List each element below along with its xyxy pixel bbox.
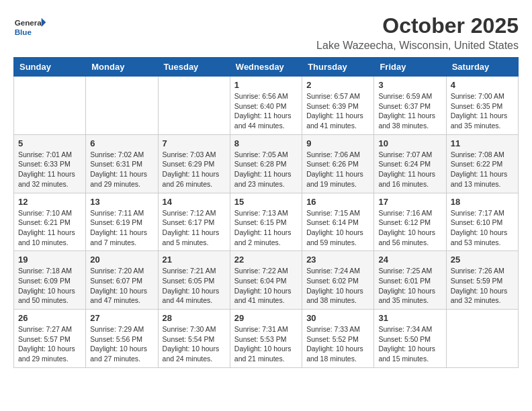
- day-number: 23: [306, 255, 369, 265]
- calendar-cell: 2Sunrise: 6:57 AM Sunset: 6:39 PM Daylig…: [302, 77, 374, 135]
- svg-text:General: General: [15, 18, 44, 27]
- day-number: 20: [90, 255, 153, 265]
- calendar-cell: [14, 77, 86, 135]
- day-info: Sunrise: 7:05 AM Sunset: 6:28 PM Dayligh…: [234, 150, 298, 189]
- calendar-cell: 18Sunrise: 7:17 AM Sunset: 6:10 PM Dayli…: [446, 193, 518, 251]
- calendar-cell: 16Sunrise: 7:15 AM Sunset: 6:14 PM Dayli…: [302, 193, 374, 251]
- day-info: Sunrise: 7:10 AM Sunset: 6:21 PM Dayligh…: [18, 208, 81, 248]
- day-info: Sunrise: 7:02 AM Sunset: 6:31 PM Dayligh…: [90, 150, 153, 189]
- day-info: Sunrise: 7:01 AM Sunset: 6:33 PM Dayligh…: [18, 150, 81, 189]
- calendar-cell: 5Sunrise: 7:01 AM Sunset: 6:33 PM Daylig…: [14, 134, 86, 193]
- calendar-cell: 20Sunrise: 7:20 AM Sunset: 6:07 PM Dayli…: [86, 251, 158, 310]
- day-number: 2: [306, 80, 369, 90]
- calendar-cell: 13Sunrise: 7:11 AM Sunset: 6:19 PM Dayli…: [86, 193, 158, 251]
- day-info: Sunrise: 7:03 AM Sunset: 6:29 PM Dayligh…: [163, 150, 226, 189]
- calendar-cell: 12Sunrise: 7:10 AM Sunset: 6:21 PM Dayli…: [14, 193, 86, 251]
- day-info: Sunrise: 7:20 AM Sunset: 6:07 PM Dayligh…: [90, 266, 153, 306]
- calendar-cell: 28Sunrise: 7:30 AM Sunset: 5:54 PM Dayli…: [158, 310, 230, 368]
- calendar-cell: 27Sunrise: 7:29 AM Sunset: 5:56 PM Dayli…: [86, 310, 158, 368]
- day-info: Sunrise: 7:31 AM Sunset: 5:53 PM Dayligh…: [234, 324, 298, 364]
- day-number: 4: [451, 80, 514, 90]
- calendar-cell: 9Sunrise: 7:06 AM Sunset: 6:26 PM Daylig…: [302, 134, 374, 193]
- day-number: 7: [163, 138, 226, 148]
- day-info: Sunrise: 7:07 AM Sunset: 6:24 PM Dayligh…: [378, 150, 441, 189]
- day-number: 11: [451, 138, 514, 148]
- day-info: Sunrise: 7:34 AM Sunset: 5:50 PM Dayligh…: [378, 324, 441, 364]
- day-number: 16: [306, 197, 369, 207]
- calendar-cell: 25Sunrise: 7:26 AM Sunset: 5:59 PM Dayli…: [446, 251, 518, 310]
- calendar-cell: [158, 77, 230, 135]
- day-number: 3: [378, 80, 441, 90]
- day-number: 30: [306, 313, 369, 323]
- week-row-2: 5Sunrise: 7:01 AM Sunset: 6:33 PM Daylig…: [14, 134, 519, 193]
- weekday-header-sunday: Sunday: [14, 58, 86, 77]
- week-row-5: 26Sunrise: 7:27 AM Sunset: 5:57 PM Dayli…: [14, 310, 519, 368]
- day-number: 18: [451, 197, 514, 207]
- day-number: 6: [90, 138, 153, 148]
- calendar-cell: 17Sunrise: 7:16 AM Sunset: 6:12 PM Dayli…: [374, 193, 446, 251]
- week-row-3: 12Sunrise: 7:10 AM Sunset: 6:21 PM Dayli…: [14, 193, 519, 251]
- calendar-cell: 26Sunrise: 7:27 AM Sunset: 5:57 PM Dayli…: [14, 310, 86, 368]
- calendar-cell: 24Sunrise: 7:25 AM Sunset: 6:01 PM Dayli…: [374, 251, 446, 310]
- day-info: Sunrise: 7:13 AM Sunset: 6:15 PM Dayligh…: [234, 208, 298, 248]
- day-info: Sunrise: 7:22 AM Sunset: 6:04 PM Dayligh…: [234, 266, 298, 306]
- day-info: Sunrise: 7:27 AM Sunset: 5:57 PM Dayligh…: [18, 324, 81, 364]
- header: General Blue October 2025 Lake Wazeecha,…: [13, 13, 519, 52]
- day-info: Sunrise: 7:00 AM Sunset: 6:35 PM Dayligh…: [451, 91, 514, 131]
- day-info: Sunrise: 6:59 AM Sunset: 6:37 PM Dayligh…: [378, 91, 441, 131]
- calendar-subtitle: Lake Wazeecha, Wisconsin, United States: [316, 40, 519, 52]
- day-info: Sunrise: 7:30 AM Sunset: 5:54 PM Dayligh…: [163, 324, 226, 364]
- day-number: 21: [163, 255, 226, 265]
- weekday-header-monday: Monday: [86, 58, 158, 77]
- calendar-cell: 4Sunrise: 7:00 AM Sunset: 6:35 PM Daylig…: [446, 77, 518, 135]
- day-info: Sunrise: 7:16 AM Sunset: 6:12 PM Dayligh…: [378, 208, 441, 248]
- calendar-cell: 1Sunrise: 6:56 AM Sunset: 6:40 PM Daylig…: [230, 77, 302, 135]
- day-info: Sunrise: 7:26 AM Sunset: 5:59 PM Dayligh…: [451, 266, 514, 306]
- weekday-header-friday: Friday: [374, 58, 446, 77]
- day-number: 25: [451, 255, 514, 265]
- calendar-cell: 23Sunrise: 7:24 AM Sunset: 6:02 PM Dayli…: [302, 251, 374, 310]
- day-number: 27: [90, 313, 153, 323]
- calendar-table: SundayMondayTuesdayWednesdayThursdayFrid…: [13, 57, 519, 368]
- calendar-cell: 15Sunrise: 7:13 AM Sunset: 6:15 PM Dayli…: [230, 193, 302, 251]
- calendar-cell: 11Sunrise: 7:08 AM Sunset: 6:22 PM Dayli…: [446, 134, 518, 193]
- day-number: 22: [234, 255, 298, 265]
- day-number: 17: [378, 197, 441, 207]
- day-info: Sunrise: 7:25 AM Sunset: 6:01 PM Dayligh…: [378, 266, 441, 306]
- day-number: 31: [378, 313, 441, 323]
- calendar-cell: 19Sunrise: 7:18 AM Sunset: 6:09 PM Dayli…: [14, 251, 86, 310]
- calendar-cell: [446, 310, 518, 368]
- week-row-4: 19Sunrise: 7:18 AM Sunset: 6:09 PM Dayli…: [14, 251, 519, 310]
- calendar-title: October 2025: [316, 13, 519, 38]
- day-number: 26: [18, 313, 81, 323]
- calendar-cell: 29Sunrise: 7:31 AM Sunset: 5:53 PM Dayli…: [230, 310, 302, 368]
- calendar-cell: 10Sunrise: 7:07 AM Sunset: 6:24 PM Dayli…: [374, 134, 446, 193]
- calendar-cell: 30Sunrise: 7:33 AM Sunset: 5:52 PM Dayli…: [302, 310, 374, 368]
- weekday-header-saturday: Saturday: [446, 58, 518, 77]
- calendar-cell: 14Sunrise: 7:12 AM Sunset: 6:17 PM Dayli…: [158, 193, 230, 251]
- week-row-1: 1Sunrise: 6:56 AM Sunset: 6:40 PM Daylig…: [14, 77, 519, 135]
- weekday-header-row: SundayMondayTuesdayWednesdayThursdayFrid…: [14, 58, 519, 77]
- day-info: Sunrise: 7:12 AM Sunset: 6:17 PM Dayligh…: [163, 208, 226, 248]
- day-info: Sunrise: 7:33 AM Sunset: 5:52 PM Dayligh…: [306, 324, 369, 364]
- weekday-header-wednesday: Wednesday: [230, 58, 302, 77]
- day-number: 15: [234, 197, 298, 207]
- calendar-cell: 8Sunrise: 7:05 AM Sunset: 6:28 PM Daylig…: [230, 134, 302, 193]
- day-number: 8: [234, 138, 298, 148]
- calendar-cell: 7Sunrise: 7:03 AM Sunset: 6:29 PM Daylig…: [158, 134, 230, 193]
- calendar-cell: 31Sunrise: 7:34 AM Sunset: 5:50 PM Dayli…: [374, 310, 446, 368]
- day-info: Sunrise: 7:17 AM Sunset: 6:10 PM Dayligh…: [451, 208, 514, 248]
- day-number: 13: [90, 197, 153, 207]
- day-info: Sunrise: 6:57 AM Sunset: 6:39 PM Dayligh…: [306, 91, 369, 131]
- logo-icon: General Blue: [13, 13, 47, 40]
- day-number: 9: [306, 138, 369, 148]
- day-number: 29: [234, 313, 298, 323]
- svg-text:Blue: Blue: [15, 28, 32, 36]
- day-info: Sunrise: 7:11 AM Sunset: 6:19 PM Dayligh…: [90, 208, 153, 248]
- calendar-cell: 22Sunrise: 7:22 AM Sunset: 6:04 PM Dayli…: [230, 251, 302, 310]
- day-info: Sunrise: 7:18 AM Sunset: 6:09 PM Dayligh…: [18, 266, 81, 306]
- weekday-header-tuesday: Tuesday: [158, 58, 230, 77]
- day-info: Sunrise: 7:15 AM Sunset: 6:14 PM Dayligh…: [306, 208, 369, 248]
- day-number: 12: [18, 197, 81, 207]
- day-number: 1: [234, 80, 298, 90]
